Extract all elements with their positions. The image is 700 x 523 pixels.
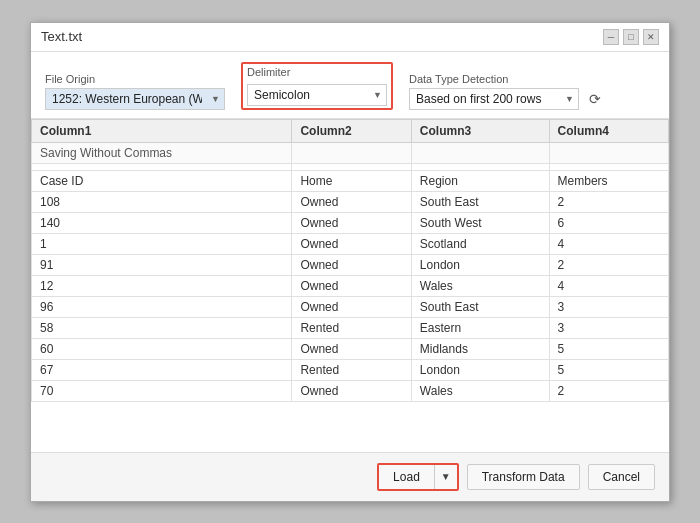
cell-r7-c2: South East [411, 296, 549, 317]
cell-r8-c0: 58 [32, 317, 292, 338]
table-row: 96OwnedSouth East3 [32, 296, 669, 317]
cell-r8-c2: Eastern [411, 317, 549, 338]
file-origin-label: File Origin [45, 73, 225, 85]
close-button[interactable]: ✕ [643, 29, 659, 45]
table-header-row: Column1 Column2 Column3 Column4 [32, 119, 669, 142]
cell-r1-c3: Members [549, 170, 668, 191]
cell-r9-c1: Owned [292, 338, 411, 359]
table-row: 140OwnedSouth West6 [32, 212, 669, 233]
cell-r7-c3: 3 [549, 296, 668, 317]
cell-r3-c0: 140 [32, 212, 292, 233]
col-header-1: Column1 [32, 119, 292, 142]
cell-r10-c2: London [411, 359, 549, 380]
subheader-cell-2 [292, 142, 411, 163]
cell-r6-c0: 12 [32, 275, 292, 296]
data-type-row: Based on first 200 rowsBased on entire d… [409, 88, 603, 110]
cell-r3-c3: 6 [549, 212, 668, 233]
delimiter-label: Delimiter [247, 66, 387, 78]
cell-r11-c0: 70 [32, 380, 292, 401]
cell-r4-c3: 4 [549, 233, 668, 254]
minimize-icon: ─ [608, 32, 614, 42]
cell-r1-c1: Home [292, 170, 411, 191]
cell-r5-c3: 2 [549, 254, 668, 275]
close-icon: ✕ [647, 32, 655, 42]
load-button-group: Load ▼ [377, 463, 459, 491]
file-origin-select-wrapper: 1252: Western European (Windows)UTF-8UTF… [45, 88, 225, 110]
maximize-icon: □ [628, 32, 633, 42]
file-origin-select[interactable]: 1252: Western European (Windows)UTF-8UTF… [45, 88, 225, 110]
table-row: 58RentedEastern3 [32, 317, 669, 338]
table-row: 67RentedLondon5 [32, 359, 669, 380]
cell-r9-c3: 5 [549, 338, 668, 359]
cell-r10-c3: 5 [549, 359, 668, 380]
cell-r0-c3 [549, 163, 668, 170]
load-dropdown-arrow-icon: ▼ [441, 471, 451, 482]
data-type-label: Data Type Detection [409, 73, 603, 85]
cell-r11-c3: 2 [549, 380, 668, 401]
cell-r4-c0: 1 [32, 233, 292, 254]
title-bar: Text.txt ─ □ ✕ [31, 23, 669, 52]
footer: Load ▼ Transform Data Cancel [31, 452, 669, 501]
cell-r2-c1: Owned [292, 191, 411, 212]
cell-r6-c1: Owned [292, 275, 411, 296]
cell-r10-c0: 67 [32, 359, 292, 380]
refresh-icon[interactable]: ⟳ [587, 89, 603, 109]
data-type-select[interactable]: Based on first 200 rowsBased on entire d… [409, 88, 579, 110]
col-header-3: Column3 [411, 119, 549, 142]
table-subheader-row: Saving Without Commas [32, 142, 669, 163]
cell-r8-c1: Rented [292, 317, 411, 338]
subheader-cell-1: Saving Without Commas [32, 142, 292, 163]
delimiter-group: Delimiter SemicolonCommaTabSpace ▼ [241, 62, 393, 110]
cell-r5-c0: 91 [32, 254, 292, 275]
table-row: 1OwnedScotland4 [32, 233, 669, 254]
cell-r3-c2: South West [411, 212, 549, 233]
cell-r9-c0: 60 [32, 338, 292, 359]
data-table: Column1 Column2 Column3 Column4 Saving W… [31, 119, 669, 402]
load-button[interactable]: Load [379, 465, 435, 489]
table-row: 70OwnedWales2 [32, 380, 669, 401]
table-row: 108OwnedSouth East2 [32, 191, 669, 212]
controls-area: File Origin 1252: Western European (Wind… [31, 52, 669, 119]
minimize-button[interactable]: ─ [603, 29, 619, 45]
maximize-button[interactable]: □ [623, 29, 639, 45]
cell-r1-c0: Case ID [32, 170, 292, 191]
cell-r0-c2 [411, 163, 549, 170]
cell-r11-c2: Wales [411, 380, 549, 401]
cell-r2-c2: South East [411, 191, 549, 212]
cell-r7-c1: Owned [292, 296, 411, 317]
cell-r1-c2: Region [411, 170, 549, 191]
cell-r2-c0: 108 [32, 191, 292, 212]
data-type-select-wrapper: Based on first 200 rowsBased on entire d… [409, 88, 579, 110]
delimiter-select-wrapper: SemicolonCommaTabSpace ▼ [247, 84, 387, 106]
cell-r7-c0: 96 [32, 296, 292, 317]
cell-r8-c3: 3 [549, 317, 668, 338]
dialog-window: Text.txt ─ □ ✕ File Origin 1252: Western… [30, 22, 670, 502]
dialog-title: Text.txt [41, 29, 82, 44]
table-area: Column1 Column2 Column3 Column4 Saving W… [31, 119, 669, 452]
file-origin-group: File Origin 1252: Western European (Wind… [45, 73, 225, 110]
cell-r0-c1 [292, 163, 411, 170]
table-row: 12OwnedWales4 [32, 275, 669, 296]
table-row [32, 163, 669, 170]
cell-r10-c1: Rented [292, 359, 411, 380]
delimiter-select[interactable]: SemicolonCommaTabSpace [247, 84, 387, 106]
cell-r0-c0 [32, 163, 292, 170]
table-row: 60OwnedMidlands5 [32, 338, 669, 359]
cell-r6-c2: Wales [411, 275, 549, 296]
cell-r11-c1: Owned [292, 380, 411, 401]
cell-r2-c3: 2 [549, 191, 668, 212]
cell-r5-c1: Owned [292, 254, 411, 275]
cancel-button[interactable]: Cancel [588, 464, 655, 490]
subheader-cell-4 [549, 142, 668, 163]
load-dropdown-button[interactable]: ▼ [435, 465, 457, 489]
table-row: Case IDHomeRegionMembers [32, 170, 669, 191]
transform-data-button[interactable]: Transform Data [467, 464, 580, 490]
cell-r6-c3: 4 [549, 275, 668, 296]
cell-r4-c1: Owned [292, 233, 411, 254]
cell-r5-c2: London [411, 254, 549, 275]
cell-r3-c1: Owned [292, 212, 411, 233]
data-type-group: Data Type Detection Based on first 200 r… [409, 73, 603, 110]
col-header-2: Column2 [292, 119, 411, 142]
cell-r9-c2: Midlands [411, 338, 549, 359]
table-row: 91OwnedLondon2 [32, 254, 669, 275]
